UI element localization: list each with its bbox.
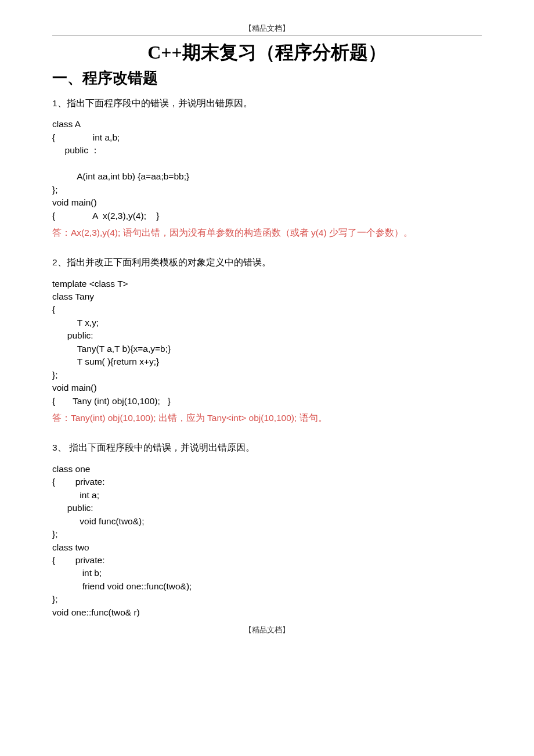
q2-answer: 答：Tany(int) obj(10,100); 出错，应为 Tany<int>… — [52, 411, 482, 424]
section-heading: 一、程序改错题 — [52, 68, 482, 88]
q2-prompt: 2、指出并改正下面利用类模板的对象定义中的错误。 — [52, 255, 482, 269]
q1-prompt: 1、指出下面程序段中的错误，并说明出错原因。 — [52, 96, 482, 110]
document-page: 【精品文档】 C++期末复习（程序分析题） 一、程序改错题 1、指出下面程序段中… — [0, 0, 534, 647]
q2-code: template <class T> class Tany { T x,y; p… — [52, 278, 482, 408]
q3-prompt: 3、 指出下面程序段中的错误，并说明出错原因。 — [52, 441, 482, 454]
q1-answer: 答：Ax(2,3),y(4); 语句出错，因为没有单参数的构造函数（或者 y(4… — [52, 226, 482, 239]
footer-tag: 【精品文档】 — [52, 625, 482, 635]
q3-code: class one { private: int a; public: void… — [52, 463, 482, 620]
document-title: C++期末复习（程序分析题） — [52, 40, 482, 66]
header-tag: 【精品文档】 — [52, 23, 482, 35]
q1-code: class A { int a,b; public ： A(int aa,int… — [52, 118, 482, 222]
